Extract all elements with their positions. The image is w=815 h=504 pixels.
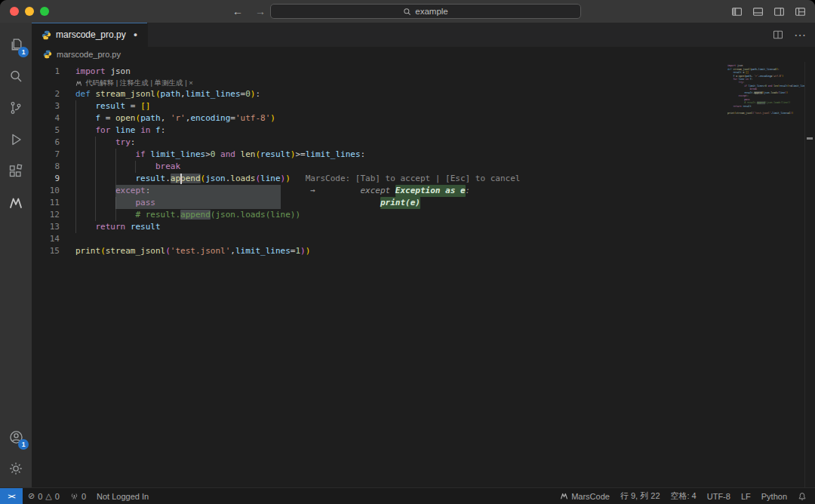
code-token: : [752,78,753,81]
ghost-text: : [466,185,471,197]
remote-indicator[interactable]: >< [0,488,23,504]
line-number: 10 [32,185,75,197]
toggle-panel-icon[interactable] [752,6,764,17]
editor-group: marscode_pro.py ● ⋯ marscode_pro.py 1imp… [32,23,815,487]
code-token: . [165,174,171,183]
cursor-position-label: 行 9, 列 22 [620,490,660,502]
editor[interactable]: 1import json代码解释 | 注释生成 | 单测生成 | ×2def s… [32,62,815,487]
indent-guide [115,149,116,161]
sidebar-item-search[interactable] [0,60,32,92]
code-token: limit_lines [772,112,787,115]
code-token: 'utf-8' [772,75,782,78]
eol-label: LF [741,492,751,501]
code-token: limit_lines [306,149,361,159]
line-number: 1 [32,66,75,78]
login-status[interactable]: Not Logged In [91,488,154,504]
code-token: break [750,88,757,91]
code-token: except [739,95,747,98]
indent-label: 空格: 4 [671,490,697,502]
code-token: return [96,222,126,232]
code-token: # result. [727,102,757,105]
code-token: > [205,149,211,159]
code-lines[interactable]: 1import json代码解释 | 注释生成 | 单测生成 | ×2def s… [32,66,365,257]
line-number: 3 [32,100,75,112]
minimap[interactable]: 1import json代码解释 | 注释生成 | 单测生成 | ×2def s… [727,64,804,162]
gear-icon [8,461,23,476]
tab-marscode-pro[interactable]: marscode_pro.py ● [32,23,148,47]
code-line[interactable]: 10 except:→except Exception as e: [32,185,365,197]
codelens-actions[interactable]: 代码解释 | 注释生成 | 单测生成 | × [85,77,193,89]
history-nav: ← → [232,0,266,23]
code-line[interactable]: 5 for line in f: [32,124,365,137]
code-token: path [746,75,751,78]
tab-modified-dot[interactable]: ● [134,31,137,38]
scrollbar[interactable] [804,62,815,487]
code-line[interactable]: 9 result.append(json.loads(line))MarsCod… [32,173,365,185]
code-line[interactable]: 2def stream_jsonl(path,limit_lines=0): [32,88,365,100]
code-line[interactable]: 1import json [32,66,365,78]
code-token [150,125,155,135]
customize-layout-icon[interactable] [795,6,806,17]
back-arrow-icon[interactable]: ← [232,5,243,17]
code-token: import [75,66,106,76]
radio-tower-icon [70,492,78,500]
split-editor-icon[interactable] [773,29,783,40]
encoding-setting[interactable]: UTF-8 [702,488,736,504]
sidebar-item-explorer[interactable]: 1 [0,29,32,60]
code-token: , [161,113,171,123]
codelens-row[interactable]: 代码解释 | 注释生成 | 单测生成 | × [32,78,365,88]
notifications-button[interactable] [792,488,812,504]
code-line[interactable]: 12 # result.append(json.loads(line)) [32,209,365,221]
code-token: open [739,75,744,78]
code-token: encoding [760,75,771,78]
code-token: ) [786,91,788,94]
account-button[interactable]: 1 [0,421,32,453]
python-file-icon [42,30,51,40]
breadcrumb[interactable]: marscode_pro.py [32,47,815,62]
settings-button[interactable] [0,453,32,484]
sidebar-item-marscode[interactable] [0,187,32,219]
code-line[interactable]: 7 if limit_lines>0 and len(result)>=limi… [32,149,365,161]
minimize-window-button[interactable] [25,7,34,16]
code-line[interactable]: 15print(stream_jsonl('test.jsonl',limit_… [32,245,365,257]
cursor-position[interactable]: 行 9, 列 22 [615,488,666,504]
language-mode[interactable]: Python [756,488,792,504]
indentation-setting[interactable]: 空格: 4 [666,488,702,504]
code-line[interactable]: 14 [32,233,365,245]
code-line[interactable]: 13 return result [32,221,365,233]
forward-arrow-icon[interactable]: → [255,5,266,17]
code-line[interactable]: 3 result = [] [32,100,365,112]
more-actions-icon[interactable]: ⋯ [794,28,806,42]
code-token: print [727,112,734,115]
code-token: line [739,78,744,81]
code-line[interactable]: 8 break [32,161,365,173]
code-token: : [778,68,780,71]
ports-indicator[interactable]: 0 [65,488,91,504]
indent-guide [95,149,96,161]
indent-guide [75,124,76,137]
code-token [727,85,744,88]
toggle-sidebar-left-icon[interactable] [731,6,743,17]
code-token [727,75,733,78]
code-token: ( [155,89,161,99]
code-token: len [241,149,256,159]
zoom-window-button[interactable] [40,7,49,16]
indent-guide [75,112,76,124]
code-lines[interactable]: 1import json代码解释 | 注释生成 | 单测生成 | ×2def s… [727,64,804,115]
eol-setting[interactable]: LF [736,488,756,504]
code-line[interactable]: 4 f = open(path, 'r',encoding='utf-8') [32,112,365,124]
indent-guide [95,173,96,185]
close-window-button[interactable] [10,7,19,16]
sidebar-item-extensions[interactable] [0,155,32,187]
code-line[interactable]: 6 try: [32,137,365,149]
line-number: 14 [32,233,75,245]
problems-indicator[interactable]: ⊘ 0 △ 0 [23,488,65,504]
command-center-search[interactable]: example [270,4,581,19]
sidebar-item-source-control[interactable] [0,92,32,124]
sidebar-item-run-debug[interactable] [0,124,32,155]
code-line[interactable]: 11 passprint(e) [32,197,365,209]
code-token: for [96,125,111,135]
indent-guide [75,185,76,197]
marscode-status[interactable]: MarsCode [555,488,615,504]
toggle-sidebar-right-icon[interactable] [773,6,785,17]
